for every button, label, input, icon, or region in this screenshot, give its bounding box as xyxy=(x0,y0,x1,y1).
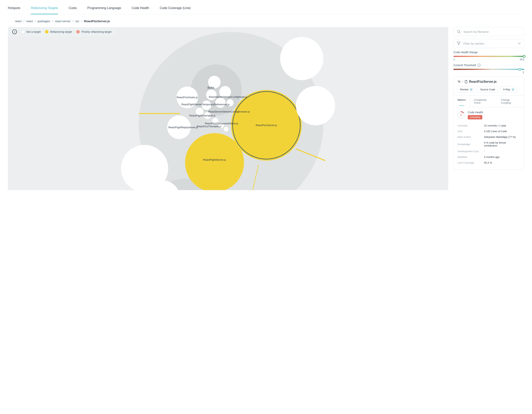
crumb-react[interactable]: react xyxy=(26,19,33,23)
commit-slider-value: 2 xyxy=(523,71,524,74)
crumb-packages[interactable]: packages xyxy=(38,19,50,23)
legend-not-target-label: Not a target xyxy=(26,30,41,33)
label-temprefs: ReactFlightServerTemporaryReferences.js xyxy=(181,103,230,106)
label-fizzthenable: ReactFizzThenable.js xyxy=(197,125,221,128)
commit-slider-track[interactable] xyxy=(453,69,524,70)
svg-marker-28 xyxy=(457,42,460,45)
legend-priority-target-label: Priority refactoring target xyxy=(81,30,111,33)
tab-hotspots[interactable]: Hotspots xyxy=(8,6,20,14)
svg-point-26 xyxy=(457,30,460,33)
breadcrumb-sep: / xyxy=(81,19,82,23)
primary-tabs: Hotspots Refactoring Targets Costs Progr… xyxy=(8,2,524,14)
svg-text:ReactFlightReplyServer.js: ReactFlightReplyServer.js xyxy=(168,126,198,129)
tab-refactoring-targets[interactable]: Refactoring Targets xyxy=(31,6,58,14)
legend-not-target: Not a target xyxy=(21,30,41,34)
svg-point-9 xyxy=(185,133,244,190)
health-badge: Unhealthy xyxy=(468,115,482,119)
health-slider-max: 10.0 xyxy=(520,58,524,61)
detail-filename: ReactFizzServer.js xyxy=(469,80,497,84)
legend: i Not a target Refactoring target Priori… xyxy=(8,27,116,37)
health-title: Code Health xyxy=(468,111,483,114)
crumb-react-root[interactable]: react xyxy=(15,19,21,23)
bubble-viz[interactable]: ReactFizzServer.js ReactFlightServer.js … xyxy=(8,27,448,190)
title-slash: / xyxy=(462,80,463,84)
health-slider-min: 1 xyxy=(453,58,455,61)
legend-refactoring-target: Refactoring target xyxy=(45,30,72,34)
metric-row-author: Main Author Sebastian Markbåge (77 %) xyxy=(457,134,520,140)
external-link-icon xyxy=(512,88,514,91)
breadcrumb-sep: / xyxy=(52,19,53,23)
breadcrumb-sep: / xyxy=(23,19,24,23)
metric-row-commits: Commits 22 commits / 1 year xyxy=(457,123,520,128)
chevron-down-icon xyxy=(518,42,521,45)
filter-icon xyxy=(457,41,461,45)
commit-slider-handle[interactable] xyxy=(518,68,521,71)
crumb-react-server[interactable]: react-server xyxy=(55,19,71,23)
svg-text:ReactFizzHooks.js: ReactFizzHooks.js xyxy=(177,96,198,99)
health-score-gauge: 1 xyxy=(457,111,465,119)
xray-button[interactable]: X-Ray xyxy=(500,86,517,93)
search-box[interactable] xyxy=(453,27,524,36)
metric-row-knowledge: Knowledge 0 % code by former contributor… xyxy=(457,140,520,148)
health-slider-handle[interactable] xyxy=(523,55,525,58)
label-componentstack: ReactFizzComponentStack.js xyxy=(205,122,238,125)
metric-row-devcost: Development Cost - xyxy=(457,149,520,154)
subtab-complexity-trend[interactable]: Complexity Trend xyxy=(470,96,497,107)
region-forks-label: forks xyxy=(208,86,214,89)
info-icon[interactable]: i xyxy=(12,29,17,34)
svg-point-17 xyxy=(206,90,217,100)
legend-priority-target: Priority refactoring target xyxy=(76,30,111,34)
review-button[interactable]: Review xyxy=(457,86,475,93)
tab-code-coverage[interactable]: Code Coverage (Line) xyxy=(160,6,190,14)
metric-row-size: Size 4.192 Lines of Code xyxy=(457,129,520,134)
label-streambrowser: ReactServerStreamConfigBrowser.js xyxy=(208,110,250,113)
metric-row-coverage: Line Coverage 50,3 % xyxy=(457,160,520,165)
bubble-reactfizzserver[interactable]: ReactFizzServer.js xyxy=(231,90,302,161)
crumb-src[interactable]: src xyxy=(76,19,79,23)
svg-point-25 xyxy=(224,127,228,132)
bubble-reactflightserver[interactable]: ReactFlightServer.js xyxy=(185,133,244,190)
dot-salmon-icon xyxy=(76,30,80,34)
tab-code-health[interactable]: Code Health xyxy=(132,6,149,14)
commit-slider-label: Commit Threshold xyxy=(453,64,476,67)
crumb-current-file: ReactFizzServer.js xyxy=(84,19,110,23)
health-score-value: 1 xyxy=(457,111,465,119)
dot-yellow-icon xyxy=(45,30,48,34)
source-code-button[interactable]: Source Code xyxy=(477,86,498,93)
health-slider-track[interactable] xyxy=(453,56,524,57)
bubble-partial[interactable] xyxy=(296,86,335,125)
file-detail-panel: / ReactFizzServer.js Review Source Code xyxy=(453,77,524,169)
metrics-table: Commits 22 commits / 1 year Size 4.192 L… xyxy=(457,122,520,166)
external-link-icon xyxy=(470,88,473,91)
subtab-metrics[interactable]: Metrics xyxy=(453,96,470,107)
label-flightthenable: ReactFlightThenable.js xyxy=(189,114,216,117)
breadcrumb-sep: / xyxy=(35,19,36,23)
breadcrumb: react / react / packages / react-server … xyxy=(8,14,524,27)
dot-white-icon xyxy=(21,30,25,34)
breadcrumb-sep: / xyxy=(73,19,73,23)
metric-row-modified: Modified 0 months ago xyxy=(457,154,520,160)
bubble-partial[interactable] xyxy=(280,37,323,80)
commit-threshold-slider: Commit Threshold i 2 xyxy=(453,64,524,74)
filter-placeholder: Filter by owners xyxy=(464,42,484,45)
health-slider-label: Code Health Range xyxy=(453,51,524,54)
tree-icon[interactable] xyxy=(457,80,461,83)
label-streamnode: ReactServerStreamConfigNode.js xyxy=(209,95,247,98)
filter-box[interactable]: Filter by owners xyxy=(453,39,524,48)
tab-programming-language[interactable]: Programming Language xyxy=(87,6,121,14)
search-icon xyxy=(457,30,461,34)
subtab-change-coupling[interactable]: Change Coupling xyxy=(497,96,524,107)
svg-point-18 xyxy=(215,98,226,108)
svg-text:ReactFizzServer.js: ReactFizzServer.js xyxy=(256,124,277,127)
info-icon[interactable]: i xyxy=(477,64,481,67)
code-health-slider: Code Health Range 1 10.0 xyxy=(453,51,524,61)
tab-costs[interactable]: Costs xyxy=(69,6,77,14)
file-icon xyxy=(465,80,467,83)
detail-subtabs: Metrics Complexity Trend Change Coupling xyxy=(454,95,524,107)
legend-refactoring-target-label: Refactoring target xyxy=(50,30,72,33)
svg-text:ReactFlightServer.js: ReactFlightServer.js xyxy=(203,158,226,161)
svg-line-27 xyxy=(459,32,460,33)
search-input[interactable] xyxy=(464,30,521,33)
